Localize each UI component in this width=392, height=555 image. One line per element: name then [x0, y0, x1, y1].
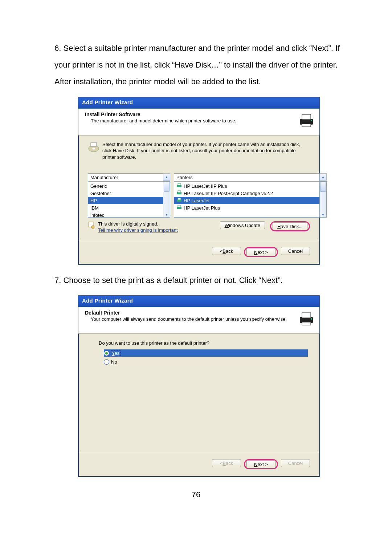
next-highlight: Next >	[244, 459, 278, 469]
btn-mn: N	[254, 250, 257, 255]
btn-mn: B	[222, 248, 226, 254]
printer-item-label: HP LaserJet IIP Plus	[184, 183, 227, 189]
printers-column: Printers ▲ HP LaserJet IIP Plus HP La	[174, 173, 327, 218]
radio-no-label: No	[111, 359, 117, 365]
scrollbar-thumb[interactable]	[164, 182, 170, 192]
printer-icon	[298, 112, 315, 130]
svg-point-20	[311, 318, 312, 320]
header-title: Default Printer	[85, 310, 293, 316]
step7-number: 7.	[54, 276, 61, 285]
printer-item[interactable]: HP LaserJet	[174, 197, 319, 204]
printer-icon	[298, 310, 315, 328]
btn-post: ack	[226, 248, 233, 254]
printer-item[interactable]: HP LaserJet IIP Plus	[174, 182, 319, 190]
btn-mn: W	[225, 223, 229, 228]
opt-mn: N	[111, 359, 114, 365]
header-subtitle: Your computer will always send documents…	[91, 316, 293, 322]
btn-post: indows Update	[229, 223, 260, 228]
manufacturer-item[interactable]: Generic	[88, 182, 163, 190]
radio-dot-icon	[104, 351, 109, 356]
svg-point-3	[311, 120, 312, 121]
dialog-header: Default Printer Your computer will alway…	[78, 307, 319, 334]
btn-post: ack	[226, 461, 233, 466]
printer-item-icon	[176, 204, 182, 211]
manufacturer-item[interactable]: infotec	[88, 211, 163, 219]
cancel-button[interactable]: Cancel	[281, 459, 310, 467]
svg-rect-18	[302, 313, 311, 318]
page-number: 76	[0, 490, 392, 499]
btn-mn: H	[277, 224, 281, 229]
printer-item[interactable]: HP LaserJet IIP PostScript Cartridge v52…	[174, 190, 319, 197]
add-printer-wizard-dialog-default: Add Printer Wizard Default Printer Your …	[78, 295, 320, 477]
printers-scrollbar[interactable]: ▼	[320, 181, 327, 218]
next-highlight: Next >	[244, 247, 278, 257]
dialog-title-bar: Add Printer Wizard	[78, 296, 319, 307]
next-button[interactable]: Next >	[246, 248, 275, 256]
manufacturer-item[interactable]: HP	[88, 197, 163, 204]
step7-text: Choose to set the print as a default pri…	[63, 276, 282, 285]
scroll-down-arrow-icon[interactable]: ▼	[165, 212, 168, 217]
printer-item-label: HP LaserJet Plus	[184, 205, 220, 211]
opt-post: es	[114, 351, 119, 356]
add-printer-wizard-dialog-install: Add Printer Wizard Install Printer Softw…	[78, 97, 320, 265]
btn-post: ext >	[257, 462, 268, 467]
btn-post: ext >	[257, 250, 268, 255]
default-printer-question: Do you want to use this printer as the d…	[99, 340, 308, 346]
btn-mn: B	[222, 461, 226, 466]
printer-item-label: HP LaserJet IIP PostScript Cartridge v52…	[184, 191, 273, 196]
instruction-block: Select the manufacturer and model of you…	[88, 141, 310, 161]
back-button[interactable]: < Back	[212, 459, 241, 467]
svg-point-16	[91, 226, 94, 228]
dialog-title-bar: Add Printer Wizard	[78, 97, 319, 109]
driver-signing-link[interactable]: Tell me why driver signing is important	[98, 227, 217, 233]
scroll-down-arrow-icon[interactable]: ▼	[322, 212, 324, 217]
cancel-button[interactable]: Cancel	[281, 247, 310, 255]
radio-no[interactable]: No	[104, 358, 308, 365]
printer-item-icon	[176, 183, 182, 190]
scroll-up-arrow-icon[interactable]: ▲	[320, 173, 327, 181]
btn-post: ave Disk...	[281, 224, 303, 229]
instruction-text: Select the manufacturer and model of you…	[102, 141, 310, 161]
svg-rect-1	[302, 114, 311, 119]
manufacturer-item[interactable]: Gestetner	[88, 190, 163, 197]
back-button[interactable]: < Back	[212, 247, 241, 255]
printers-listbox[interactable]: HP LaserJet IIP Plus HP LaserJet IIP Pos…	[174, 181, 320, 218]
manufacturer-item[interactable]: IBM	[88, 204, 163, 211]
printer-item-label: HP LaserJet	[184, 198, 209, 203]
header-subtitle: The manufacturer and model determine whi…	[91, 118, 293, 123]
svg-rect-10	[178, 191, 181, 193]
manufacturer-listbox[interactable]: Generic Gestetner HP IBM infotec	[88, 181, 163, 218]
certificate-icon	[88, 221, 95, 231]
printer-item-icon	[176, 190, 182, 197]
opt-post: o	[114, 359, 117, 365]
svg-rect-6	[91, 143, 97, 146]
step7-paragraph: 7. Choose to set the print as a default …	[54, 272, 348, 289]
manufacturer-column-header: Manufacturer	[88, 173, 163, 181]
svg-rect-8	[178, 183, 181, 185]
wizard-nav-row: < Back Next > Cancel	[78, 453, 319, 477]
have-disk-button[interactable]: Have Disk...	[273, 222, 307, 230]
printer-item[interactable]: HP LaserJet Plus	[174, 204, 319, 211]
scroll-up-arrow-icon[interactable]: ▲	[163, 173, 170, 181]
printers-column-header: Printers	[174, 173, 320, 181]
step6-paragraph: 6. Select a suitable printer manufacture…	[54, 40, 348, 90]
manufacturer-scrollbar[interactable]: ▼	[163, 181, 170, 218]
printer-item-icon	[176, 197, 182, 204]
radio-yes-label: Yes	[111, 351, 120, 356]
btn-mn: N	[254, 462, 257, 467]
btn-pre: <	[220, 248, 223, 254]
dialog-header: Install Printer Software The manufacture…	[78, 109, 319, 135]
svg-point-5	[92, 147, 95, 149]
wizard-nav-row: < Back Next > Cancel	[78, 241, 319, 264]
next-button[interactable]: Next >	[246, 460, 275, 468]
radio-dot-icon	[104, 359, 109, 365]
header-title: Install Printer Software	[85, 112, 293, 117]
have-disk-highlight: Have Disk...	[270, 221, 310, 231]
svg-rect-2	[302, 124, 311, 127]
radio-yes[interactable]: Yes	[104, 349, 308, 357]
windows-update-button[interactable]: Windows Update	[220, 221, 265, 229]
install-disk-icon	[88, 141, 99, 155]
scrollbar-thumb[interactable]	[320, 182, 326, 192]
step6-text: Select a suitable printer manufacturer a…	[54, 44, 340, 86]
svg-rect-12	[178, 198, 181, 200]
